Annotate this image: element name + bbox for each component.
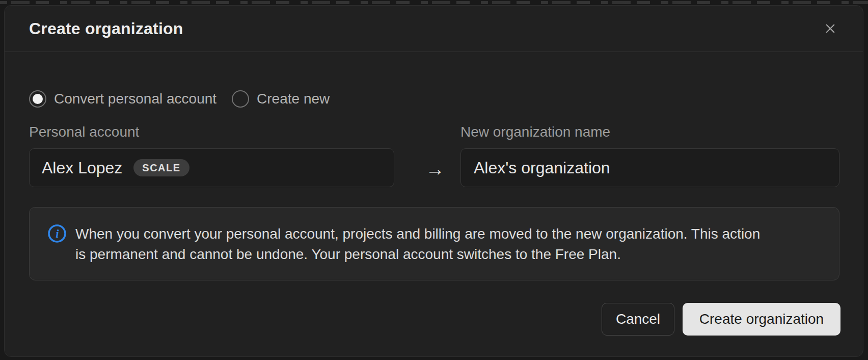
arrow-right-icon: → [422,157,448,181]
close-button[interactable] [821,19,840,38]
radio-unselected-icon [232,90,249,108]
radio-option-create-new[interactable]: Create new [232,90,330,108]
cancel-button[interactable]: Cancel [602,303,674,336]
svg-text:i: i [56,227,59,240]
info-text-line: When you convert your personal account, … [75,224,760,244]
radio-option-convert-personal-account[interactable]: Convert personal account [29,90,216,108]
dialog-title: Create organization [29,19,183,38]
dialog-header: Create organization [5,6,863,52]
plan-badge: SCALE [133,159,189,176]
personal-account-select[interactable]: Alex Lopez SCALE [29,148,394,187]
new-organization-name-input[interactable] [460,148,839,187]
radio-option-label: Create new [257,91,330,107]
new-organization-name-label: New organization name [460,124,610,140]
radio-option-label: Convert personal account [54,91,216,107]
info-text-line: is permanent and cannot be undone. Your … [75,244,760,265]
create-organization-dialog: Create organization Convert personal acc… [4,5,863,357]
background-page-text-edge [0,1,868,4]
personal-account-value: Alex Lopez [42,159,122,177]
radio-selected-icon [29,90,46,108]
close-icon [823,21,838,36]
info-text: When you convert your personal account, … [75,224,760,265]
info-icon: i [47,223,67,244]
account-mode-radio-group: Convert personal account Create new [29,90,330,108]
personal-account-label: Personal account [29,124,139,140]
info-callout: i When you convert your personal account… [29,207,839,280]
create-organization-button[interactable]: Create organization [683,303,840,336]
